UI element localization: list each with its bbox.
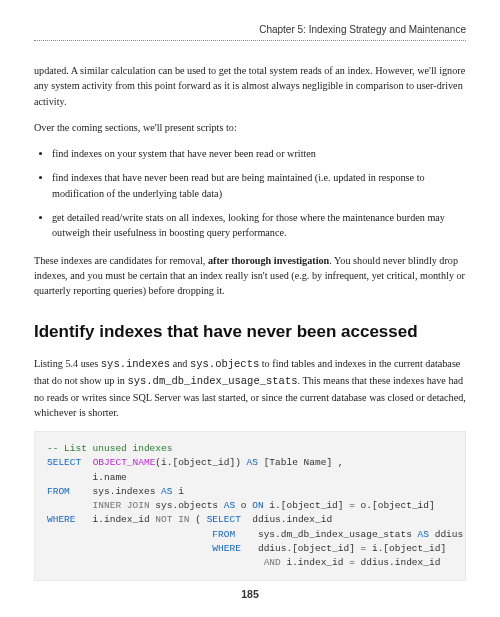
- code-text: ddius: [429, 529, 463, 540]
- code-keyword: AS: [161, 486, 172, 497]
- paragraph-2: Over the coming sections, we'll present …: [34, 120, 466, 135]
- list-item: find indexes that have never been read b…: [52, 170, 466, 201]
- code-text: (: [190, 514, 207, 525]
- bold-text: after thorough investigation: [208, 255, 329, 266]
- code-text: sys.objects: [150, 500, 224, 511]
- code-text: i: [172, 486, 183, 497]
- code-keyword: AS: [247, 457, 258, 468]
- code-keyword: FROM: [212, 529, 235, 540]
- paragraph-4: Listing 5.4 uses sys.indexes and sys.obj…: [34, 356, 466, 420]
- code-text: i.name: [47, 472, 127, 483]
- code-text: i.index_id = ddius.index_id: [281, 557, 441, 568]
- code-keyword: WHERE: [212, 543, 241, 554]
- code-text: (i.[object_id]): [155, 457, 241, 468]
- code-function: OBJECT_NAME: [93, 457, 156, 468]
- code-text: [47, 543, 212, 554]
- code-text: [47, 500, 93, 511]
- paragraph-3: These indexes are candidates for removal…: [34, 253, 466, 299]
- list-item: get detailed read/write stats on all ind…: [52, 210, 466, 241]
- section-heading: Identify indexes that have never been ac…: [34, 319, 466, 345]
- code-keyword: ON: [252, 500, 263, 511]
- code-inline: sys.indexes: [101, 358, 170, 370]
- chapter-header: Chapter 5: Indexing Strategy and Mainten…: [34, 22, 466, 41]
- code-keyword: FROM: [47, 486, 70, 497]
- text: These indexes are candidates for removal…: [34, 255, 208, 266]
- paragraph-1: updated. A similar calculation can be us…: [34, 63, 466, 109]
- code-not-in: NOT IN: [155, 514, 189, 525]
- code-keyword: SELECT: [207, 514, 241, 525]
- code-block: -- List unused indexes SELECT OBJECT_NAM…: [34, 431, 466, 581]
- code-text: sys.dm_db_index_usage_stats: [235, 529, 417, 540]
- code-join: INNER JOIN: [93, 500, 150, 511]
- code-text: ddius.index_id: [241, 514, 332, 525]
- text: Listing 5.4 uses: [34, 358, 101, 369]
- code-keyword: AS: [418, 529, 429, 540]
- code-keyword: WHERE: [47, 514, 76, 525]
- code-text: i.index_id: [76, 514, 156, 525]
- code-text: ddius.[object_id] = i.[object_id]: [241, 543, 446, 554]
- list-item: find indexes on your system that have ne…: [52, 146, 466, 161]
- code-inline: sys.dm_db_index_usage_stats: [127, 375, 297, 387]
- code-text: [47, 529, 212, 540]
- code-text: sys.indexes: [70, 486, 161, 497]
- code-text: [Table Name] ,: [258, 457, 344, 468]
- code-text: i.[object_id] = o.[object_id]: [264, 500, 435, 511]
- code-comment: -- List unused indexes: [47, 443, 172, 454]
- page-number: 185: [0, 587, 500, 603]
- code-keyword: SELECT: [47, 457, 81, 468]
- code-text: o: [235, 500, 252, 511]
- code-text: [47, 557, 264, 568]
- text: and: [170, 358, 190, 369]
- code-keyword: AS: [224, 500, 235, 511]
- code-and: AND: [264, 557, 281, 568]
- bullet-list: find indexes on your system that have ne…: [34, 146, 466, 240]
- code-inline: sys.objects: [190, 358, 259, 370]
